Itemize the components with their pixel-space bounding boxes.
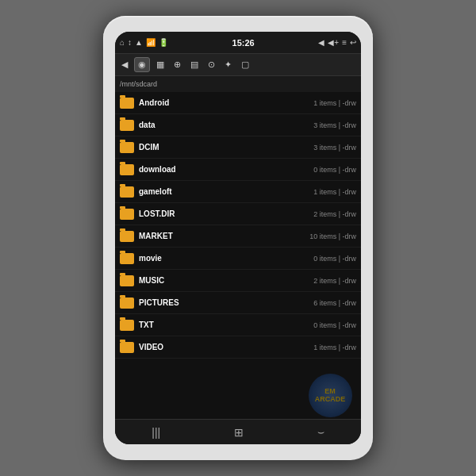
file-meta: 1 items | -drw xyxy=(313,344,356,351)
settings-button[interactable]: ✦ xyxy=(221,58,235,71)
list-item[interactable]: gameloft1 items | -drw xyxy=(115,181,361,203)
watermark: EM ARCADE xyxy=(302,374,358,417)
folder-icon xyxy=(120,120,134,131)
menu-bottom-button[interactable]: ||| xyxy=(152,426,160,439)
home-bottom-button[interactable]: ⊞ xyxy=(234,426,244,439)
list-item[interactable]: download0 items | -drw xyxy=(115,159,361,181)
file-meta: 0 items | -drw xyxy=(313,166,356,174)
file-meta: 3 items | -drw xyxy=(313,144,356,152)
file-meta: 0 items | -drw xyxy=(313,321,356,329)
file-name: gameloft xyxy=(139,187,313,196)
file-name: data xyxy=(139,121,313,129)
file-name: MUSIC xyxy=(139,276,313,285)
volume-icon: ◀+ xyxy=(328,38,339,47)
file-name: Android xyxy=(139,98,313,107)
status-right-icons: ◀ ◀+ ≡ ↩ xyxy=(318,38,356,47)
folder-icon xyxy=(120,186,134,198)
movie-button[interactable]: ⊙ xyxy=(205,58,218,71)
folder-icon xyxy=(120,342,134,353)
wifi-icon: 📶 xyxy=(146,38,155,47)
file-list: Android1 items | -drwdata3 items | -drwD… xyxy=(115,92,361,419)
back-button[interactable]: ◀ xyxy=(118,58,131,71)
watermark-text: EM ARCADE xyxy=(315,388,346,404)
back-bottom-button[interactable]: ⌣ xyxy=(317,425,324,439)
list-item[interactable]: Android1 items | -drw xyxy=(115,92,361,114)
file-name: TXT xyxy=(139,321,313,329)
list-item[interactable]: VIDEO1 items | -drw xyxy=(115,336,361,359)
folder-icon xyxy=(120,320,134,331)
browser-button[interactable]: ◉ xyxy=(134,57,150,72)
folder-icon xyxy=(120,231,134,242)
file-meta: 1 items | -drw xyxy=(313,188,356,196)
file-meta: 2 items | -drw xyxy=(313,277,356,285)
doc-button[interactable]: ▢ xyxy=(238,58,252,71)
nav-bar[interactable]: ◀ ◉ ▦ ⊕ ▤ ⊙ ✦ ▢ xyxy=(115,54,361,76)
home-icon: ⌂ xyxy=(120,38,125,47)
folder-icon xyxy=(120,298,134,309)
tablet-device: ⌂ ↕ ▲ 📶 🔋 15:26 ◀ ◀+ ≡ ↩ ◀ ◉ ▦ ⊕ ▤ ⊙ ✦ ▢ xyxy=(103,16,373,460)
folder-icon xyxy=(120,164,134,175)
list-item[interactable]: MARKET10 items | -drw xyxy=(115,225,361,248)
menu-icon: ≡ xyxy=(342,38,347,47)
list-item[interactable]: data3 items | -drw xyxy=(115,114,361,136)
current-path: /mnt/sdcard xyxy=(120,80,157,88)
file-meta: 1 items | -drw xyxy=(313,99,356,107)
watermark-circle: EM ARCADE xyxy=(309,374,352,417)
list-item[interactable]: TXT0 items | -drw xyxy=(115,314,361,336)
list-item[interactable]: LOST.DIR2 items | -drw xyxy=(115,203,361,225)
file-name: DCIM xyxy=(139,143,313,152)
file-name: MARKET xyxy=(139,232,309,240)
tablet-screen: ⌂ ↕ ▲ 📶 🔋 15:26 ◀ ◀+ ≡ ↩ ◀ ◉ ▦ ⊕ ▤ ⊙ ✦ ▢ xyxy=(115,32,361,444)
list-item[interactable]: DCIM3 items | -drw xyxy=(115,136,361,159)
status-bar: ⌂ ↕ ▲ 📶 🔋 15:26 ◀ ◀+ ≡ ↩ xyxy=(115,32,361,54)
android-icon: ▲ xyxy=(135,38,143,47)
back-icon: ◀ xyxy=(318,38,324,47)
folder-icon xyxy=(120,98,134,109)
file-name: VIDEO xyxy=(139,343,313,351)
file-meta: 10 items | -drw xyxy=(309,232,356,240)
file-meta: 3 items | -drw xyxy=(313,121,356,129)
return-icon: ↩ xyxy=(350,38,356,47)
folder-icon xyxy=(120,253,134,264)
bottom-bar[interactable]: ||| ⊞ ⌣ xyxy=(115,419,361,444)
status-left-icons: ⌂ ↕ ▲ 📶 🔋 xyxy=(120,38,168,47)
battery-icon: 🔋 xyxy=(159,38,168,47)
file-name: PICTURES xyxy=(139,298,313,307)
path-bar: /mnt/sdcard xyxy=(115,76,361,92)
file-meta: 6 items | -drw xyxy=(313,299,356,307)
file-button[interactable]: ▦ xyxy=(153,58,167,71)
file-name: movie xyxy=(139,254,313,263)
usb-icon: ↕ xyxy=(128,38,132,47)
file-meta: 0 items | -drw xyxy=(313,255,356,263)
list-item[interactable]: PICTURES6 items | -drw xyxy=(115,292,361,314)
folder-icon xyxy=(120,275,134,286)
list-item[interactable]: MUSIC2 items | -drw xyxy=(115,270,361,292)
folder-icon xyxy=(120,209,134,220)
file-meta: 2 items | -drw xyxy=(313,210,356,218)
list-item[interactable]: movie0 items | -drw xyxy=(115,248,361,270)
folder-icon xyxy=(120,142,134,153)
usb-nav-button[interactable]: ⊕ xyxy=(171,58,184,71)
file-name: LOST.DIR xyxy=(139,209,313,218)
file-name: download xyxy=(139,165,313,174)
clock: 15:26 xyxy=(232,38,255,48)
image-button[interactable]: ▤ xyxy=(187,58,202,71)
